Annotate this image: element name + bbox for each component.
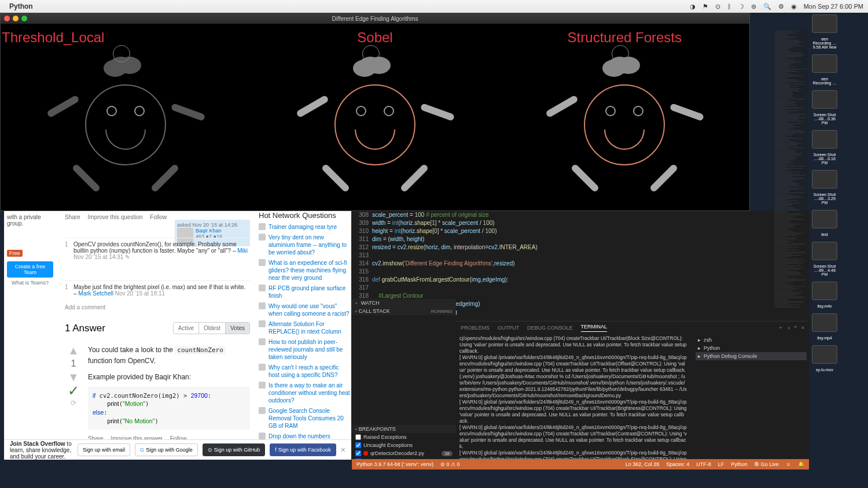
panel-tab[interactable]: OUTPUT: [498, 325, 519, 331]
panel-label: Sobel: [357, 29, 392, 46]
sort-tab[interactable]: Votes: [226, 323, 249, 334]
desktop-file[interactable]: Screen Shot …-08…0.16 PM: [810, 128, 868, 165]
terminal-instance[interactable]: ▸ Python Debug Console: [696, 352, 807, 360]
code-block: if cv2.countNonZero(img2) > 29700: print…: [88, 387, 250, 430]
add-comment-link[interactable]: Add a comment: [65, 304, 250, 310]
private-group-text: with a private group.: [7, 214, 53, 227]
terminal-instance[interactable]: ▸ Python: [696, 344, 807, 352]
improve-question-link[interactable]: Improve this question: [87, 214, 142, 220]
site-icon: [259, 223, 266, 230]
python-interpreter[interactable]: Python 3.9.7 64-bit ('.venv': venv): [356, 461, 433, 467]
checkbox[interactable]: [355, 450, 361, 456]
status-icon[interactable]: ◑: [690, 3, 696, 10]
notifications-icon[interactable]: 🔔: [798, 461, 804, 467]
search-icon[interactable]: 🔍: [763, 3, 771, 10]
close-panel-icon[interactable]: ×: [801, 325, 804, 331]
create-team-button[interactable]: Create a free Team: [7, 261, 53, 278]
comment-author[interactable]: Mark Setchell: [78, 290, 113, 297]
language-mode[interactable]: Python: [731, 461, 747, 467]
edge-panel-threshold: Threshold_Local: [1, 24, 250, 210]
status-icon[interactable]: ⊙: [715, 3, 720, 10]
upvote-button[interactable]: ▲: [65, 345, 82, 356]
hot-question-link[interactable]: Trainer damaging rear tyre: [259, 223, 351, 231]
encoding[interactable]: UTF-8: [696, 461, 711, 467]
signup-github-button[interactable]: ⊙Sign up with GitHub: [203, 443, 266, 456]
share-link[interactable]: Share: [65, 214, 80, 220]
panel-tab[interactable]: DEBUG CONSOLE: [527, 325, 573, 331]
checkbox[interactable]: [355, 434, 361, 440]
close-button[interactable]: [4, 16, 10, 21]
desktop-file[interactable]: een Recording …9.58 AM new: [810, 13, 868, 49]
problems-count[interactable]: ⊘ 0 ⚠ 0: [440, 461, 460, 467]
breakpoint-option[interactable]: Uncaught Exceptions: [352, 441, 456, 449]
comment: 1OpenCV provides countNonZero(), for exa…: [65, 238, 250, 263]
hot-question-link[interactable]: Is there a way to make an air conditione…: [259, 382, 351, 404]
breakpoints-header[interactable]: ›BREAKPOINTS: [352, 425, 456, 433]
split-terminal-icon[interactable]: ⫞: [787, 325, 790, 331]
panel-tab[interactable]: PROBLEMS: [461, 325, 490, 331]
minimap[interactable]: [773, 30, 808, 319]
indent-setting[interactable]: Spaces: 4: [666, 461, 689, 467]
breakpoint-option[interactable]: Raised Exceptions: [352, 433, 456, 441]
sort-tab[interactable]: Active: [174, 323, 199, 334]
hot-question-link[interactable]: Very tiny dent on new aluminium frame --…: [259, 234, 351, 256]
site-icon: [259, 432, 266, 439]
hot-question-link[interactable]: How to not publish in peer-reviewed jour…: [259, 338, 351, 361]
signup-google-button[interactable]: GSign up with Google: [135, 443, 198, 456]
desktop-file[interactable]: Screen Shot …-09…4.48 PM: [810, 240, 868, 276]
control-center-icon[interactable]: ⚙: [778, 3, 784, 10]
desktop-file[interactable]: itsy.mp4: [810, 312, 868, 340]
app-name[interactable]: Python: [9, 2, 33, 10]
desktop-file[interactable]: test: [810, 208, 868, 236]
sort-tabs: ActiveOldestVotes: [173, 322, 250, 334]
terminal-instance[interactable]: ▸ zsh: [696, 336, 807, 344]
feedback-icon[interactable]: ☺: [786, 461, 791, 467]
answer-text: You could take a look to the: [88, 346, 175, 354]
desktop-icons: een Recording …9.58 AM neween Recording …: [810, 13, 868, 469]
callstack-panel-header[interactable]: ›CALL STACKRUNNING: [352, 307, 456, 315]
dnd-icon[interactable]: ☽: [738, 3, 744, 10]
checkbox[interactable]: [355, 442, 361, 448]
hot-question-link[interactable]: What is an expedience of sci-fi gliders?…: [259, 259, 351, 282]
hot-question-link[interactable]: RF PCB ground plane surface finish: [259, 284, 351, 300]
watch-panel-header[interactable]: ›WATCH: [352, 299, 456, 307]
wifi-icon[interactable]: ⊚: [751, 3, 756, 10]
sort-tab[interactable]: Oldest: [199, 323, 226, 334]
desktop-file[interactable]: itsy.m4v: [810, 280, 868, 308]
hot-question-link[interactable]: Alternate Solution For REPLACE() in ntex…: [259, 320, 351, 335]
browser-stackoverflow: with a private group. Free Create a free…: [4, 211, 351, 460]
breakpoint-file[interactable]: qrDetectorDecoder2.py38: [352, 449, 456, 457]
minimize-button[interactable]: [13, 16, 19, 21]
signup-banner: Join Stack Overflow to learn, share know…: [4, 439, 351, 460]
clock[interactable]: Mon Sep 27 6:00 PM: [804, 3, 863, 10]
bluetooth-icon[interactable]: ᛒ: [727, 3, 731, 10]
hot-question-link[interactable]: Why can't I reach a specific host using …: [259, 364, 351, 379]
what-is-teams-link[interactable]: What is Teams?: [7, 280, 53, 286]
downvote-button[interactable]: ▼: [65, 371, 82, 383]
hot-question-link[interactable]: Why would one use "vous" when calling so…: [259, 302, 351, 317]
go-live[interactable]: ⦿ Go Live: [754, 461, 779, 467]
accepted-icon: ✓: [65, 383, 82, 399]
hot-question-link[interactable]: Google Search Console Removal Tools Cons…: [259, 407, 351, 430]
follow-link[interactable]: Follow: [150, 214, 167, 220]
history-icon[interactable]: ⟳: [65, 399, 82, 407]
desktop-file[interactable]: sy-lo.mov: [810, 343, 868, 372]
panel-tab[interactable]: TERMINAL: [581, 324, 608, 332]
status-icon[interactable]: ⚑: [703, 3, 708, 10]
new-terminal-icon[interactable]: +: [779, 325, 782, 331]
cursor-position[interactable]: Ln 362, Col 28: [626, 461, 660, 467]
signup-facebook-button[interactable]: fSign up with Facebook: [270, 443, 336, 456]
zoom-button[interactable]: [21, 16, 27, 21]
siri-icon[interactable]: ◉: [791, 3, 797, 10]
desktop-file[interactable]: Screen Shot …-08…3.29 PM: [810, 168, 868, 205]
desktop-file[interactable]: een Recording …: [810, 53, 868, 85]
comment-author[interactable]: Miki: [237, 247, 248, 254]
desktop-file[interactable]: Screen Shot …-08…0.36 PM: [810, 88, 868, 125]
so-sidebar: with a private group. Free Create a free…: [4, 211, 56, 280]
window-titlebar[interactable]: Different Edge Finding Algorithms: [1, 13, 749, 24]
maximize-panel-icon[interactable]: ^: [795, 325, 797, 331]
eol[interactable]: LF: [718, 461, 724, 467]
terminal-output[interactable]: cj/opencv/modules/highgui/src/window.cpp…: [456, 334, 690, 461]
banner-close-button[interactable]: ×: [341, 445, 345, 454]
signup-email-button[interactable]: Sign up with email: [78, 443, 130, 456]
